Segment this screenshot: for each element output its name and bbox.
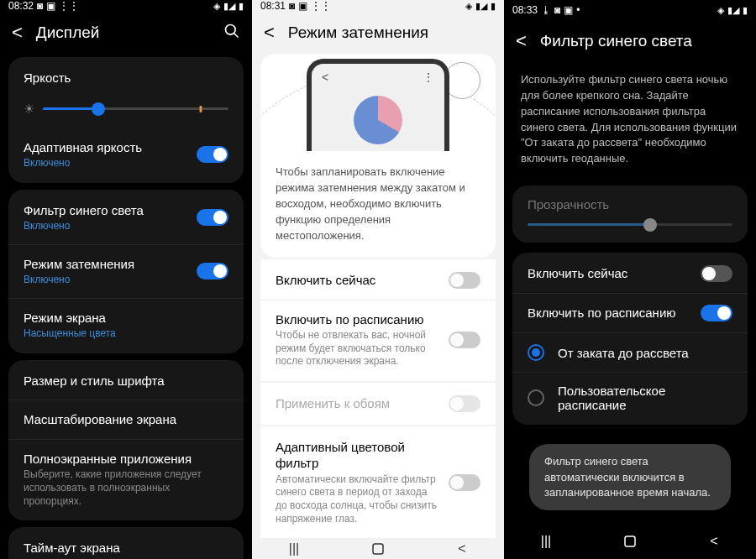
enable-now-label: Включить сейчас (276, 272, 375, 289)
apps-icon: ⋮⋮ (59, 0, 79, 12)
screen-mode-sub: Насыщенные цвета (24, 327, 228, 341)
font-row[interactable]: Размер и стиль шрифта (8, 362, 244, 401)
brightness-label: Яркость (24, 70, 71, 86)
radio-custom-row[interactable]: Пользовательское расписание (512, 373, 748, 423)
desc-text: Чтобы запланировать включение режима зат… (260, 151, 496, 257)
desc-text: Используйте фильтр синего света ночью дл… (504, 62, 756, 179)
signal-icon: ▮◢ (223, 1, 235, 12)
opacity-card: Прозрачность (512, 185, 748, 243)
nav-home[interactable] (353, 541, 403, 556)
schedule-toggle[interactable] (449, 332, 480, 348)
mode-card: Фильтр синего света Включено Режим затем… (8, 190, 244, 353)
screen-mode-row[interactable]: Режим экрана Насыщенные цвета (8, 299, 244, 352)
fullscreen-row[interactable]: Полноэкранные приложения Выберите, какие… (8, 440, 244, 519)
page-title: Фильтр синего света (540, 32, 744, 50)
radio-sunset-label: От заката до рассвета (558, 346, 689, 360)
adaptive-brightness-sub: Включено (24, 157, 186, 170)
navbar: ||| < (252, 538, 504, 559)
illustration: <⋮ (260, 54, 496, 151)
header: < Режим затемнения (252, 12, 504, 54)
messenger-icon: ◙ (37, 0, 43, 12)
fullscreen-sub: Выберите, какие приложения следует испол… (24, 468, 228, 508)
nav-recents[interactable]: ||| (269, 541, 319, 556)
brightness-slider[interactable] (43, 107, 228, 110)
enable-now-row[interactable]: Включить сейчас (260, 261, 496, 300)
adaptive-filter-card: Адаптивный цветовой фильтр Автоматически… (260, 426, 496, 538)
battery-icon: ▮ (491, 1, 496, 12)
statusbar: 08:31 ◙ ▣ ⋮⋮ ◈ ▮◢ ▮ (252, 0, 504, 12)
nav-home[interactable] (605, 534, 655, 549)
adaptive-filter-toggle[interactable] (449, 474, 480, 491)
download-icon: ⭳ (541, 4, 551, 16)
back-icon[interactable]: < (264, 22, 275, 44)
fullscreen-label: Полноэкранные приложения (24, 451, 228, 468)
adaptive-filter-label: Адаптивный цветовой фильтр (276, 439, 438, 472)
messenger-icon: ◙ (289, 0, 295, 12)
screen-display: 08:32 ◙ ▣ ⋮⋮ ◈ ▮◢ ▮ < Дисплей Яркость (0, 0, 252, 559)
radio-sunset-row[interactable]: От заката до рассвета (512, 333, 748, 373)
svg-point-0 (226, 24, 236, 34)
wifi-icon: ◈ (213, 1, 220, 12)
font-label: Размер и стиль шрифта (24, 373, 165, 389)
screen-blue-light: 08:33 ⭳ ◙ ▣ • ◈ ▮◢ ▮ < Фильтр синего све… (504, 0, 756, 559)
screen-dark-mode: 08:31 ◙ ▣ ⋮⋮ ◈ ▮◢ ▮ < Режим затемнения <… (252, 0, 504, 559)
statusbar: 08:32 ◙ ▣ ⋮⋮ ◈ ▮◢ ▮ (0, 0, 252, 12)
facebook-icon: ▣ (298, 0, 307, 12)
facebook-icon: ▣ (564, 4, 573, 16)
wifi-icon: ◈ (465, 1, 472, 12)
signal-icon: ▮◢ (727, 5, 739, 16)
radio-sunset[interactable] (528, 344, 544, 361)
schedule-label: Включить по расписанию (276, 311, 438, 328)
statusbar: 08:33 ⭳ ◙ ▣ • ◈ ▮◢ ▮ (504, 0, 756, 20)
zoom-label: Масштабирование экрана (24, 411, 176, 428)
page-title: Режим затемнения (288, 24, 492, 42)
blue-light-sub: Включено (24, 220, 186, 233)
search-icon[interactable] (223, 23, 240, 44)
radio-custom[interactable] (528, 389, 544, 406)
dot-icon: • (576, 4, 580, 16)
dark-mode-label: Режим затемнения (24, 256, 186, 273)
adaptive-brightness-toggle[interactable] (197, 146, 228, 163)
status-time: 08:33 (512, 4, 538, 16)
wallpaper-card: Применить к обоям (260, 383, 496, 425)
schedule-row[interactable]: Включить по расписанию Чтобы не отвлекат… (260, 300, 496, 379)
nav-back[interactable]: < (437, 541, 487, 556)
svg-line-1 (234, 33, 239, 37)
phone-mock: <⋮ (307, 59, 449, 151)
enable-card: Включить сейчас Включить по расписанию О… (512, 253, 748, 425)
brightness-card: Яркость ☀ Адаптивная яркость Включено (8, 57, 244, 183)
battery-icon: ▮ (239, 1, 244, 12)
timeout-row[interactable]: Тайм-аут экрана Период бездействия - 10 … (8, 529, 244, 559)
nav-back[interactable]: < (689, 534, 739, 549)
dark-mode-toggle[interactable] (197, 263, 228, 280)
schedule-toggle[interactable] (701, 305, 732, 321)
wifi-icon: ◈ (717, 5, 724, 16)
nav-recents[interactable]: ||| (521, 534, 571, 549)
schedule-label: Включить по расписанию (528, 305, 676, 321)
adaptive-filter-row[interactable]: Адаптивный цветовой фильтр Автоматически… (260, 428, 496, 536)
enable-now-toggle[interactable] (449, 272, 480, 289)
back-icon[interactable]: < (12, 22, 23, 44)
signal-icon: ▮◢ (475, 1, 487, 12)
enable-now-row[interactable]: Включить сейчас (512, 254, 748, 294)
toast: Фильтр синего света автоматически включи… (529, 444, 731, 510)
apps-icon: ⋮⋮ (311, 0, 331, 12)
schedule-sub: Чтобы не отвлекать вас, ночной режим буд… (276, 329, 438, 368)
blue-light-row[interactable]: Фильтр синего света Включено (8, 191, 244, 245)
dark-mode-row[interactable]: Режим затемнения Включено (8, 245, 244, 299)
radio-custom-label: Пользовательское расписание (558, 384, 732, 412)
enable-now-toggle[interactable] (701, 265, 732, 282)
svg-rect-4 (625, 536, 635, 546)
status-time: 08:31 (260, 0, 286, 12)
schedule-row[interactable]: Включить по расписанию (512, 294, 748, 333)
messenger-icon: ◙ (554, 4, 560, 16)
facebook-icon: ▣ (46, 0, 55, 12)
zoom-row[interactable]: Масштабирование экрана (8, 400, 244, 440)
enable-now-label: Включить сейчас (528, 265, 627, 282)
wallpaper-row: Применить к обоям (260, 384, 496, 423)
page-title: Дисплей (36, 24, 210, 42)
blue-light-toggle[interactable] (197, 209, 228, 226)
opacity-slider[interactable] (528, 223, 732, 226)
header: < Дисплей (0, 12, 252, 54)
back-icon[interactable]: < (516, 30, 527, 52)
